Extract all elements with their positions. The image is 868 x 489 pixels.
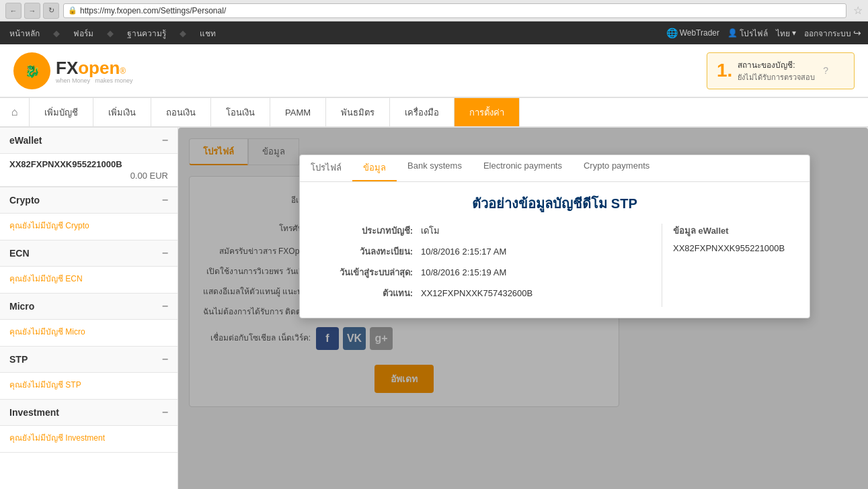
micro-header[interactable]: Micro −	[0, 294, 177, 320]
chevron-down-icon: ▾	[792, 28, 796, 38]
popup-tab-bank[interactable]: Bank systems	[397, 155, 473, 181]
account-info-popup: โปรไฟล์ ข้อมูล Bank systems Electronic p…	[299, 154, 810, 318]
agent-value: XX12FXPNXXK757432600B	[421, 288, 532, 298]
browser-bar: ← → ↻ 🔒 https://my.fxopen.com/Settings/P…	[0, 0, 868, 21]
popup-tab-info[interactable]: ข้อมูล	[352, 155, 397, 181]
agent-label: ตัวแทน:	[313, 286, 421, 300]
stp-header[interactable]: STP −	[0, 347, 177, 373]
help-icon[interactable]: ?	[823, 65, 828, 76]
top-navigation: หน้าหลัก ◆ ฟอร์ม ◆ ฐานความรู้ ◆ แชท 🌐 We…	[0, 21, 868, 44]
account-type-value: เดโม	[421, 224, 440, 238]
reg-date-value: 10/8/2016 2:15:17 AM	[421, 247, 506, 257]
nav-home[interactable]: หน้าหลัก	[7, 27, 42, 40]
address-bar[interactable]: 🔒 https://my.fxopen.com/Settings/Persona…	[63, 3, 846, 18]
back-button[interactable]: ←	[5, 3, 22, 19]
investment-collapse-icon: −	[162, 406, 168, 418]
crypto-header[interactable]: Crypto −	[0, 187, 177, 214]
nav-withdraw[interactable]: ถอนเงิน	[151, 98, 211, 126]
nav-transfer[interactable]: โอนเงิน	[211, 98, 270, 126]
last-login-row: วันเข้าสู่ระบบล่าสุด: 10/8/2016 2:15:19 …	[313, 265, 651, 279]
nav-profile[interactable]: 👤 โปรไฟล์	[727, 27, 768, 40]
nav-add-account[interactable]: เพิ่มบัญชี	[30, 98, 93, 126]
reg-date-row: วันลงทะเบียน: 10/8/2016 2:15:17 AM	[313, 244, 651, 259]
last-login-value: 10/8/2016 2:15:19 AM	[421, 267, 506, 277]
sidebar: eWallet − XX82FXPNXXK955221000B 0.00 EUR…	[0, 128, 178, 489]
ewallet-collapse-icon: −	[162, 134, 168, 146]
popup-main: ประเภทบัญชี: เดโม วันลงทะเบียน: 10/8/201…	[313, 224, 796, 307]
forward-button[interactable]: →	[24, 3, 40, 19]
ecn-header[interactable]: ECN −	[0, 240, 177, 267]
status-subtitle: ยังไม่ได้รับการตรวจสอบ	[738, 71, 815, 83]
nav-logout[interactable]: ออกจากระบบ ↪	[804, 27, 861, 40]
logo-icon: 🐉	[13, 52, 50, 89]
popup-right: ข้อมูล eWallet XX82FXPNXXK955221000B	[662, 224, 796, 307]
svg-text:🐉: 🐉	[25, 64, 40, 79]
nav-right-area: 🌐 WebTrader 👤 โปรไฟล์ ไทย ▾ ออกจากระบบ ↪	[666, 27, 861, 40]
sidebar-ecn-section: ECN − คุณยังไม่มีบัญชี ECN	[0, 240, 177, 294]
nav-pamm[interactable]: PAMM	[270, 98, 326, 126]
micro-collapse-icon: −	[162, 300, 168, 312]
sidebar-crypto-section: Crypto − คุณยังไม่มีบัญชี Crypto	[0, 187, 177, 240]
ewallet-info-id: XX82FXPNXXK955221000B	[673, 243, 796, 253]
lock-icon: 🔒	[68, 6, 77, 15]
browser-controls: ← → ↻	[5, 3, 59, 19]
crypto-collapse-icon: −	[162, 194, 168, 206]
last-login-label: วันเข้าสู่ระบบล่าสุด:	[313, 265, 421, 279]
account-status-box: 1. สถานะของบัญชี: ยังไม่ได้รับการตรวจสอบ…	[707, 52, 855, 89]
nav-home-button[interactable]: ⌂	[0, 98, 30, 126]
crypto-no-account: คุณยังไม่มีบัญชี Crypto	[0, 214, 177, 240]
popup-tabs: โปรไฟล์ ข้อมูล Bank systems Electronic p…	[300, 155, 810, 182]
investment-no-account: คุณยังไม่มีบัญชี Investment	[0, 426, 177, 453]
popup-title: ตัวอย่างข้อมูลบัญชีดีโม STP	[313, 193, 796, 214]
account-status-area: 1. สถานะของบัญชี: ยังไม่ได้รับการตรวจสอบ…	[707, 52, 855, 89]
account-type-label: ประเภทบัญชี:	[313, 224, 421, 238]
stp-no-account: คุณยังไม่มีบัญชี STP	[0, 373, 177, 400]
ewallet-account: XX82FXPNXXK955221000B 0.00 EUR	[0, 154, 177, 187]
nav-knowledge[interactable]: ฐานความรู้	[124, 27, 169, 40]
user-icon: 👤	[727, 28, 738, 38]
refresh-button[interactable]: ↻	[43, 3, 59, 19]
status-info: สถานะของบัญชี: ยังไม่ได้รับการตรวจสอบ	[738, 58, 815, 83]
investment-header[interactable]: Investment −	[0, 400, 177, 426]
ewallet-info-title: ข้อมูล eWallet	[673, 224, 796, 238]
popup-left: ประเภทบัญชี: เดโม วันลงทะเบียน: 10/8/201…	[313, 224, 651, 307]
sidebar-ewallet-header[interactable]: eWallet −	[0, 128, 177, 154]
sidebar-stp-section: STP − คุณยังไม่มีบัญชี STP	[0, 347, 177, 400]
main-content: โปรไฟล์ ข้อมูล อีเมล์: @gmail.com โทรศัพ…	[178, 128, 868, 489]
nav-deposit[interactable]: เพิ่มเงิน	[93, 98, 151, 126]
account-balance: 0.00 EUR	[9, 171, 168, 181]
ecn-no-account: คุณยังไม่มีบัญชี ECN	[0, 267, 177, 294]
nav-language[interactable]: ไทย ▾	[776, 27, 796, 40]
nav-settings[interactable]: การตั้งค่า	[455, 98, 520, 126]
stp-collapse-icon: −	[162, 353, 168, 365]
logout-icon: ↪	[853, 28, 861, 38]
popup-content: ตัวอย่างข้อมูลบัญชีดีโม STP ประเภทบัญชี:…	[300, 182, 810, 318]
nav-partners[interactable]: พันธมิตร	[326, 98, 390, 126]
main-layout: eWallet − XX82FXPNXXK955221000B 0.00 EUR…	[0, 128, 868, 489]
nav-tools[interactable]: เครื่องมือ	[390, 98, 455, 126]
bookmark-icon[interactable]: ☆	[853, 4, 863, 17]
account-type-row: ประเภทบัญชี: เดโม	[313, 224, 651, 238]
site-header: 🐉 FXopen® when Money makes money 1. สถาน…	[0, 44, 868, 98]
stp-title: STP	[9, 354, 28, 365]
logo-area: 🐉 FXopen® when Money makes money	[13, 52, 133, 89]
nav-form[interactable]: ฟอร์ม	[71, 27, 96, 40]
sidebar-micro-section: Micro − คุณยังไม่มีบัญชี Micro	[0, 294, 177, 347]
globe-icon: 🌐	[666, 28, 678, 38]
popup-tab-electronic[interactable]: Electronic payments	[473, 155, 573, 181]
ewallet-title: eWallet	[9, 135, 42, 146]
nav-chat[interactable]: แชท	[197, 27, 219, 40]
ecn-collapse-icon: −	[162, 247, 168, 259]
status-title: สถานะของบัญชี:	[738, 58, 815, 71]
popup-tab-profile[interactable]: โปรไฟล์	[300, 155, 352, 181]
agent-row: ตัวแทน: XX12FXPNXXK757432600B	[313, 286, 651, 300]
status-number: 1.	[717, 60, 732, 81]
nav-webtrader[interactable]: 🌐 WebTrader	[666, 28, 719, 38]
ecn-title: ECN	[9, 248, 30, 259]
logo-text: FXopen® when Money makes money	[56, 58, 133, 84]
sidebar-investment-section: Investment − คุณยังไม่มีบัญชี Investment	[0, 400, 177, 453]
micro-title: Micro	[9, 301, 34, 312]
main-navigation: ⌂ เพิ่มบัญชี เพิ่มเงิน ถอนเงิน โอนเงิน P…	[0, 98, 868, 128]
micro-no-account: คุณยังไม่มีบัญชี Micro	[0, 320, 177, 347]
popup-tab-crypto[interactable]: Crypto payments	[573, 155, 660, 181]
